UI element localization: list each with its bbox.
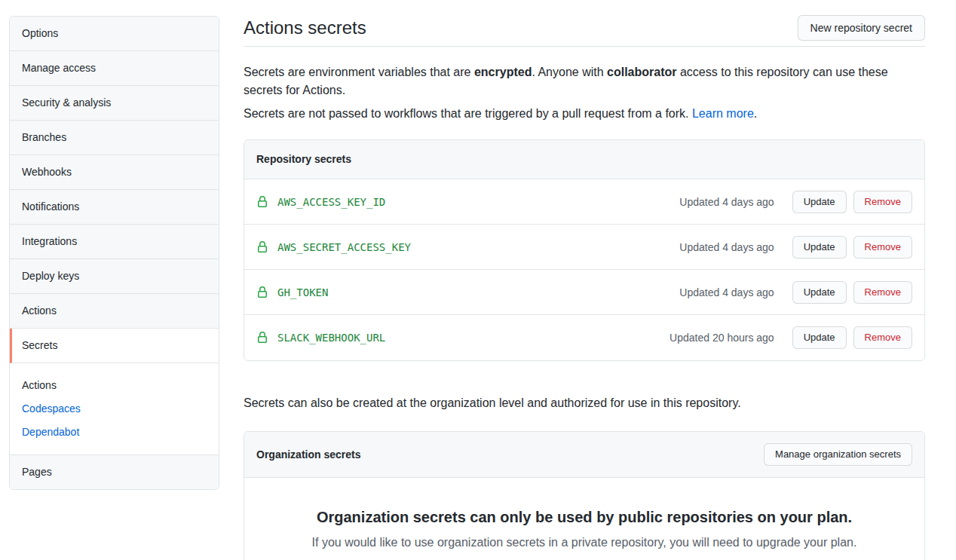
blankslate-title: Organization secrets can only be used by… xyxy=(268,508,900,527)
secret-name: GH_TOKEN xyxy=(277,286,328,298)
update-button[interactable]: Update xyxy=(792,281,847,304)
secret-updated: Updated 4 days ago xyxy=(679,286,774,298)
secret-row-gh-token: GH_TOKEN Updated 4 days ago Update Remov… xyxy=(244,270,924,315)
secret-updated: Updated 20 hours ago xyxy=(670,332,774,344)
secret-row-aws-access-key-id: AWS_ACCESS_KEY_ID Updated 4 days ago Upd… xyxy=(244,179,924,225)
sidebar-item-deploy-keys[interactable]: Deploy keys xyxy=(10,259,219,294)
sidebar-item-notifications[interactable]: Notifications xyxy=(10,190,219,225)
update-button[interactable]: Update xyxy=(792,191,847,213)
update-button[interactable]: Update xyxy=(792,326,847,349)
sidebar-item-manage-access[interactable]: Manage access xyxy=(10,51,219,86)
secret-updated: Updated 4 days ago xyxy=(679,196,774,208)
intro-line-1: Secrets are environment variables that a… xyxy=(244,63,925,99)
intro-text: Secrets are environment variables that a… xyxy=(244,63,925,123)
subnav-link-dependabot[interactable]: Dependabot xyxy=(22,421,207,444)
lock-icon xyxy=(256,332,268,344)
header-divider xyxy=(244,46,925,47)
sidebar-item-options[interactable]: Options xyxy=(10,17,219,51)
secrets-subnav: Actions Codespaces Dependabot xyxy=(10,363,219,455)
intro-bold-collaborator: collaborator xyxy=(607,66,676,78)
intro-line-2: Secrets are not passed to workflows that… xyxy=(244,105,925,123)
secret-name: AWS_ACCESS_KEY_ID xyxy=(277,196,385,208)
organization-secrets-title: Organization secrets xyxy=(256,448,361,461)
subnav-item-actions[interactable]: Actions xyxy=(22,374,207,397)
sidebar-item-security-analysis[interactable]: Security & analysis xyxy=(10,86,219,121)
page-title: Actions secrets xyxy=(244,17,366,39)
update-button[interactable]: Update xyxy=(792,236,847,259)
remove-button[interactable]: Remove xyxy=(853,191,912,213)
lock-icon xyxy=(256,241,268,253)
intro-seg: Secrets are not passed to workflows that… xyxy=(244,107,692,120)
sidebar-item-webhooks[interactable]: Webhooks xyxy=(10,155,219,190)
lock-icon xyxy=(256,196,268,208)
intro-seg: . xyxy=(754,107,757,120)
secret-row-aws-secret-access-key: AWS_SECRET_ACCESS_KEY Updated 4 days ago… xyxy=(244,225,924,270)
settings-menu: Options Manage access Security & analysi… xyxy=(9,16,219,490)
organization-secrets-blankslate: Organization secrets can only be used by… xyxy=(244,478,924,560)
remove-button[interactable]: Remove xyxy=(853,281,912,304)
secret-updated: Updated 4 days ago xyxy=(679,241,774,253)
settings-sidebar: Options Manage access Security & analysi… xyxy=(9,16,219,490)
lock-icon xyxy=(256,286,268,298)
blankslate-text: If you would like to use organization se… xyxy=(268,534,900,552)
remove-button[interactable]: Remove xyxy=(853,236,912,259)
main-content: Actions secrets New repository secret Se… xyxy=(244,16,925,560)
repository-secrets-header: Repository secrets xyxy=(244,140,924,179)
sidebar-item-integrations[interactable]: Integrations xyxy=(10,225,219,259)
organization-note: Secrets can also be created at the organ… xyxy=(244,394,925,412)
page-header: Actions secrets New repository secret xyxy=(244,16,925,40)
learn-more-link[interactable]: Learn more xyxy=(692,107,754,120)
new-repository-secret-button[interactable]: New repository secret xyxy=(798,15,925,41)
secret-row-slack-webhook-url: SLACK_WEBHOOK_URL Updated 20 hours ago U… xyxy=(244,315,924,360)
intro-seg: . Anyone with xyxy=(532,66,607,78)
intro-seg: Secrets are environment variables that a… xyxy=(244,66,474,78)
organization-secrets-box: Organization secrets Manage organization… xyxy=(244,431,925,560)
secret-name: SLACK_WEBHOOK_URL xyxy=(277,332,385,344)
remove-button[interactable]: Remove xyxy=(853,326,912,349)
subnav-link-codespaces[interactable]: Codespaces xyxy=(22,397,207,421)
intro-bold-encrypted: encrypted xyxy=(474,66,532,78)
manage-organization-secrets-button[interactable]: Manage organization secrets xyxy=(764,443,912,466)
sidebar-item-branches[interactable]: Branches xyxy=(10,121,219,155)
organization-secrets-header: Organization secrets Manage organization… xyxy=(244,432,924,478)
secret-name: AWS_SECRET_ACCESS_KEY xyxy=(277,241,411,253)
repository-secrets-box: Repository secrets AWS_ACCESS_KEY_ID Upd… xyxy=(244,139,925,361)
sidebar-item-secrets[interactable]: Secrets xyxy=(10,329,219,363)
sidebar-item-pages[interactable]: Pages xyxy=(10,455,219,489)
sidebar-item-actions[interactable]: Actions xyxy=(10,294,219,329)
